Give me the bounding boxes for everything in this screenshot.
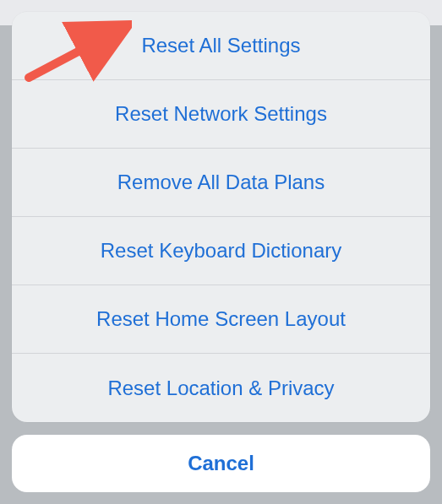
action-sheet: Reset All Settings Reset Network Setting…	[12, 12, 430, 422]
reset-location-privacy-label: Reset Location & Privacy	[107, 377, 334, 400]
reset-keyboard-dictionary-label: Reset Keyboard Dictionary	[101, 239, 341, 263]
reset-network-settings-button[interactable]: Reset Network Settings	[12, 80, 430, 149]
reset-network-settings-label: Reset Network Settings	[115, 102, 327, 126]
reset-location-privacy-button[interactable]: Reset Location & Privacy	[12, 354, 430, 422]
remove-all-data-plans-label: Remove All Data Plans	[117, 171, 325, 194]
reset-all-settings-button[interactable]: Reset All Settings	[12, 12, 430, 80]
remove-all-data-plans-button[interactable]: Remove All Data Plans	[12, 149, 430, 217]
reset-home-screen-layout-button[interactable]: Reset Home Screen Layout	[12, 285, 430, 354]
cancel-label: Cancel	[188, 452, 254, 475]
reset-home-screen-layout-label: Reset Home Screen Layout	[96, 307, 346, 331]
reset-keyboard-dictionary-button[interactable]: Reset Keyboard Dictionary	[12, 217, 430, 285]
cancel-button[interactable]: Cancel	[12, 435, 430, 492]
reset-all-settings-label: Reset All Settings	[141, 34, 300, 57]
